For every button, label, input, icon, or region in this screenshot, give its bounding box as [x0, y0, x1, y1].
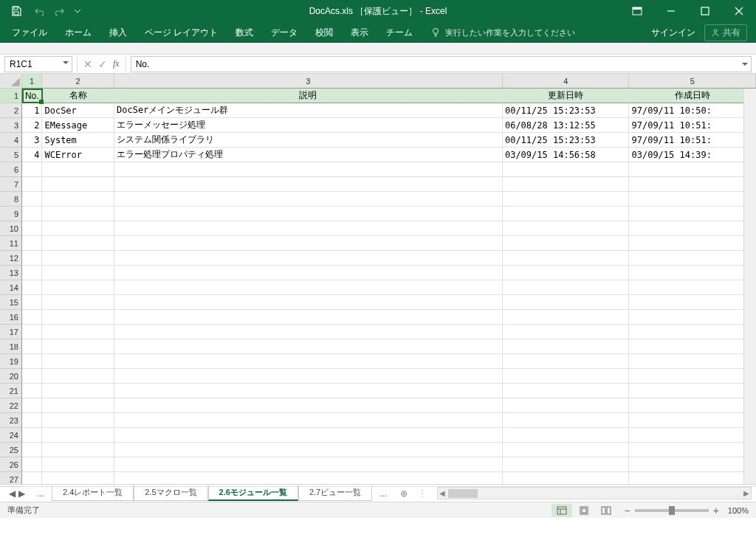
cell[interactable] — [629, 310, 756, 325]
cell[interactable] — [629, 162, 756, 177]
cell[interactable] — [42, 280, 114, 295]
formula-input[interactable]: No. — [131, 56, 752, 72]
cell[interactable] — [22, 354, 42, 369]
cell[interactable]: WCError — [42, 148, 114, 162]
cell[interactable] — [42, 162, 114, 177]
cell[interactable] — [114, 310, 503, 325]
cell[interactable] — [503, 162, 630, 177]
cell[interactable] — [503, 207, 630, 221]
cell[interactable] — [503, 192, 630, 207]
sheet-nav-next-icon[interactable]: ▶ — [18, 488, 25, 499]
cell[interactable] — [114, 413, 503, 428]
row-header[interactable]: 6 — [0, 162, 21, 177]
row-header[interactable]: 1 — [0, 89, 21, 103]
cell[interactable] — [114, 354, 503, 369]
cell[interactable] — [42, 295, 114, 310]
cell[interactable] — [629, 354, 756, 369]
cell[interactable] — [114, 251, 503, 266]
cell[interactable] — [42, 236, 114, 251]
sheet-tab[interactable]: 2.6モジュール一覧 — [208, 485, 298, 501]
cell[interactable] — [22, 443, 42, 457]
cell[interactable] — [42, 266, 114, 280]
signin-link[interactable]: サインイン — [651, 27, 695, 39]
zoom-level[interactable]: 100% — [728, 506, 749, 515]
row-header[interactable]: 18 — [0, 339, 21, 354]
cell[interactable] — [114, 428, 503, 443]
vertical-scrollbar[interactable] — [743, 89, 756, 484]
cell[interactable] — [503, 325, 630, 339]
cell[interactable] — [22, 457, 42, 472]
cell[interactable] — [114, 207, 503, 221]
cell[interactable] — [114, 266, 503, 280]
cell[interactable] — [114, 295, 503, 310]
cell[interactable] — [503, 295, 630, 310]
cell[interactable] — [22, 472, 42, 487]
cell[interactable]: 03/09/15 14:39: — [629, 148, 756, 162]
hscroll-thumb[interactable] — [448, 489, 478, 498]
new-sheet-button[interactable]: ⊕ — [394, 488, 413, 499]
column-header[interactable]: 1 — [22, 74, 42, 88]
page-break-view-button[interactable] — [596, 504, 616, 517]
undo-button[interactable] — [28, 1, 49, 21]
cell[interactable] — [22, 221, 42, 236]
row-header[interactable]: 20 — [0, 369, 21, 384]
cell[interactable] — [629, 339, 756, 354]
ribbon-tab-表示[interactable]: 表示 — [342, 22, 377, 43]
cell[interactable]: エラーメッセージ処理 — [114, 118, 503, 133]
cell[interactable] — [503, 221, 630, 236]
ribbon-tab-挿入[interactable]: 挿入 — [100, 22, 136, 43]
normal-view-button[interactable] — [551, 504, 572, 517]
cell[interactable] — [503, 280, 630, 295]
row-header[interactable]: 10 — [0, 221, 21, 236]
cell[interactable] — [629, 369, 756, 384]
cell[interactable] — [629, 280, 756, 295]
maximize-button[interactable] — [688, 0, 722, 22]
cell[interactable] — [42, 428, 114, 443]
sheet-tab[interactable]: 2.4レポート一覧 — [52, 485, 134, 501]
minimize-button[interactable] — [654, 0, 688, 22]
cell[interactable] — [114, 443, 503, 457]
ribbon-tab-ファイル[interactable]: ファイル — [3, 22, 56, 43]
cell[interactable] — [114, 398, 503, 413]
cell[interactable]: System — [42, 133, 114, 148]
cell[interactable] — [42, 354, 114, 369]
ribbon-display-button[interactable] — [620, 0, 654, 22]
cell[interactable] — [629, 192, 756, 207]
close-button[interactable] — [722, 0, 756, 22]
cell[interactable] — [629, 384, 756, 398]
cell[interactable] — [42, 177, 114, 192]
cell[interactable]: DocSerメインモジュール群 — [114, 103, 503, 118]
cell[interactable]: システム関係ライブラリ — [114, 133, 503, 148]
cell[interactable] — [22, 325, 42, 339]
cell[interactable] — [22, 266, 42, 280]
zoom-slider[interactable] — [635, 509, 709, 512]
row-header[interactable]: 17 — [0, 325, 21, 339]
cell[interactable] — [42, 339, 114, 354]
cell[interactable] — [42, 310, 114, 325]
cell[interactable] — [503, 428, 630, 443]
cell[interactable] — [114, 384, 503, 398]
cell[interactable] — [114, 221, 503, 236]
cell[interactable] — [42, 207, 114, 221]
cell[interactable] — [22, 310, 42, 325]
cell[interactable] — [629, 295, 756, 310]
cell[interactable] — [22, 162, 42, 177]
cell[interactable] — [42, 221, 114, 236]
cell[interactable] — [42, 443, 114, 457]
cell[interactable]: エラー処理プロパティ処理 — [114, 148, 503, 162]
row-header[interactable]: 2 — [0, 103, 21, 118]
cell[interactable]: No. — [22, 89, 42, 103]
cell[interactable] — [629, 177, 756, 192]
cell[interactable] — [503, 398, 630, 413]
cell[interactable] — [503, 339, 630, 354]
cell[interactable] — [22, 339, 42, 354]
ribbon-tab-数式[interactable]: 数式 — [227, 22, 262, 43]
cell[interactable] — [629, 325, 756, 339]
cell[interactable] — [22, 280, 42, 295]
share-button[interactable]: 共有 — [704, 24, 747, 41]
row-header[interactable]: 7 — [0, 177, 21, 192]
cell[interactable] — [629, 413, 756, 428]
cell[interactable]: 97/09/11 10:51: — [629, 118, 756, 133]
cell[interactable] — [22, 413, 42, 428]
cell[interactable]: 作成日時 — [629, 89, 756, 103]
